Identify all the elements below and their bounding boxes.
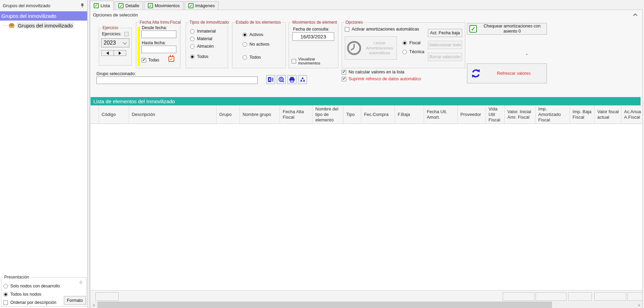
column-header-vida-util[interactable]: Vida Util Fiscal (486, 106, 505, 123)
suprimir-check-row[interactable]: Suprimir refresco de datos automático (342, 76, 421, 81)
radio-tipos-todos[interactable]: Todos (190, 54, 208, 59)
column-header-selector[interactable] (91, 106, 99, 123)
hasta-fecha-input[interactable] (141, 46, 176, 53)
todas-check-row[interactable]: Todas (142, 58, 159, 62)
lanzar-amortizaciones-button[interactable]: Lanzar Amortizaciones automáticas (345, 36, 397, 60)
recycle-button[interactable] (298, 75, 307, 84)
radio-todos-nodos[interactable]: Todos los nodos (3, 292, 41, 297)
column-header-descripcion[interactable]: Descripción (129, 106, 216, 123)
radio-icon[interactable] (190, 29, 195, 34)
act-fecha-baja-button[interactable]: Act. Fecha baja (428, 29, 462, 37)
fecha-consulta-label: Fecha de consulta: (293, 27, 329, 32)
printer-icon (289, 76, 295, 83)
calendar-icon[interactable] (168, 56, 174, 62)
tree-node-row[interactable]: Grupos del inmovilizado (0, 21, 87, 30)
sidebar-splitter[interactable] (87, 0, 90, 308)
horizontal-scrollbar[interactable]: ‹ › (91, 301, 642, 308)
column-header-fec-compra[interactable]: Fec.Compra (361, 106, 395, 123)
radio-icon[interactable] (190, 44, 195, 49)
pin-icon[interactable] (80, 3, 84, 8)
activar-check-row[interactable]: Activar amortizaciones automáticas (345, 27, 419, 32)
column-header-imp-baja[interactable]: Imp. Baja Fiscal (570, 106, 595, 123)
suprimir-label: Suprimir refresco de datos automático (349, 76, 421, 81)
column-header-fecha-alta[interactable]: Fecha Alta Fiscal (280, 106, 313, 123)
column-header-fecha-ult-amort[interactable]: Fecha Ult. Amort. (424, 106, 458, 123)
check-ordenar-descripcion[interactable]: Ordenar por descripción (3, 300, 56, 305)
formato-button[interactable]: Formato (64, 296, 86, 305)
collapse-chevron-icon[interactable] (633, 13, 637, 16)
tab-detalle[interactable]: Detalle (115, 1, 143, 10)
tab-imagenes-checkbox[interactable] (188, 3, 194, 8)
no-calcular-checkbox[interactable] (342, 70, 346, 74)
scrollbar-thumb[interactable] (97, 301, 552, 308)
borrar-seleccion-button[interactable]: Borrar selección (428, 53, 462, 61)
grupo-seleccionado-input[interactable] (96, 76, 258, 84)
visualizar-checkbox[interactable] (292, 59, 296, 63)
column-header-f-baja[interactable]: F.Baja (395, 106, 424, 123)
chequear-amortizaciones-button[interactable]: Chequear amortizaciones con asiento 0 (467, 23, 547, 35)
refrescar-valores-button[interactable]: Refrescar valores (467, 63, 547, 83)
footer-cell (503, 292, 535, 301)
seleccionar-todo-button[interactable]: Seleccionar todo (428, 41, 462, 49)
radio-material[interactable]: Material (190, 36, 212, 41)
ejercicios-checkbox[interactable] (124, 32, 129, 36)
tab-lista[interactable]: Lista (90, 1, 114, 10)
column-header-imp-amortizado[interactable]: Imp. Amortizado Fiscal (536, 106, 570, 123)
year-dropdown[interactable]: 2023 (101, 38, 129, 47)
activar-checkbox[interactable] (345, 27, 349, 32)
todas-checkbox[interactable] (142, 58, 146, 62)
tab-movimientos[interactable]: Movimientos (144, 1, 184, 10)
year-spinner (101, 50, 126, 56)
fecha-alta-title: Fecha Alta Inmv.Fiscal (139, 20, 182, 25)
radio-material-label: Material (197, 36, 212, 41)
sidebar-title: Grupos del inmovilizado (3, 3, 80, 8)
radio-icon[interactable] (190, 55, 195, 59)
column-header-grupo[interactable]: Grupo (216, 106, 240, 123)
radio-icon[interactable] (243, 42, 247, 47)
radio-inmaterial[interactable]: Inmaterial (190, 29, 216, 34)
year-next-button[interactable] (114, 50, 126, 56)
radio-activos[interactable]: Activos (243, 32, 263, 37)
column-header-ac-anual[interactable]: Ac.Anua A.Fiscal (621, 106, 642, 123)
scroll-left-arrow[interactable]: ‹ (91, 301, 97, 308)
radio-icon[interactable] (3, 284, 8, 288)
fecha-consulta-input[interactable]: 16/03/2023 (292, 32, 334, 41)
no-calcular-check-row[interactable]: No calcular valores en la lista (342, 70, 405, 74)
year-prev-button[interactable] (101, 50, 114, 56)
tab-lista-checkbox[interactable] (94, 3, 99, 8)
radio-icon[interactable] (243, 33, 247, 37)
radio-fiscal[interactable]: Fiscal (402, 40, 421, 45)
table-body[interactable] (91, 124, 642, 290)
visualizar-check-row[interactable]: Visualizar movimientos (292, 57, 338, 65)
visualizar-label: Visualizar movimientos (298, 57, 338, 65)
column-header-codigo[interactable]: Código (99, 106, 129, 123)
column-header-tipo[interactable]: Tipo (343, 106, 361, 123)
column-header-nombre-tipo[interactable]: Nombre del tipo de elemento (313, 106, 343, 123)
radio-almacen[interactable]: Almacén (190, 44, 214, 49)
tab-imagenes[interactable]: Imágenes (185, 1, 219, 10)
radio-icon[interactable] (3, 292, 8, 297)
radio-icon[interactable] (190, 37, 195, 41)
sidebar-groups-panel: Grupos del inmovilizado Grupos del inmov… (0, 0, 87, 308)
column-header-proveedor[interactable]: Proveedor (458, 106, 486, 123)
radio-icon[interactable] (402, 50, 407, 54)
tab-detalle-checkbox[interactable] (118, 3, 124, 8)
radio-no-activos[interactable]: No activos (243, 42, 269, 47)
scroll-right-arrow[interactable]: › (636, 301, 642, 308)
checkbox-icon[interactable] (3, 300, 8, 305)
column-header-valor-actual[interactable]: Valor fiscal actual (595, 106, 621, 123)
print-button[interactable] (288, 75, 296, 84)
column-header-valor-inicial[interactable]: Valor. Inicial Amr. Fiscal (505, 106, 536, 123)
radio-icon[interactable] (402, 41, 407, 45)
preview-button[interactable] (277, 75, 286, 84)
radio-icon[interactable] (243, 55, 247, 60)
radio-estado-todos[interactable]: Todos (243, 55, 261, 60)
column-header-nombre-grupo[interactable]: Nombre grupo (240, 106, 280, 123)
suprimir-checkbox[interactable] (342, 77, 346, 81)
radio-solo-nodos[interactable]: Solo nodos con desarrollo (3, 284, 60, 288)
desde-fecha-input[interactable] (141, 31, 176, 38)
radio-tecnica[interactable]: Técnica (402, 49, 424, 54)
tree-root-selected[interactable]: Grupos del inmovilizado (0, 11, 87, 21)
tab-movimientos-checkbox[interactable] (148, 3, 153, 8)
excel-export-button[interactable]: X (266, 75, 275, 84)
